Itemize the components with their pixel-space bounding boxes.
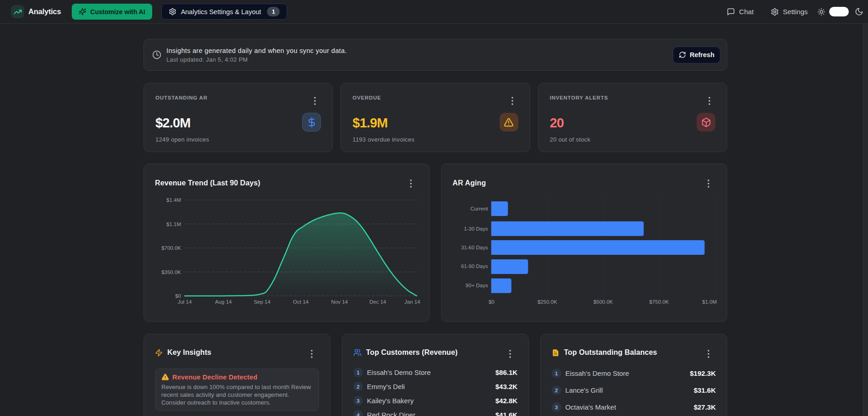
svg-text:$700.0K: $700.0K: [161, 245, 181, 251]
svg-text:$250.0K: $250.0K: [538, 299, 557, 305]
svg-text:$500.0K: $500.0K: [593, 299, 613, 305]
svg-text:Nov 14: Nov 14: [331, 299, 348, 305]
svg-text:$1.0M: $1.0M: [702, 299, 717, 305]
svg-text:$1.4M: $1.4M: [166, 197, 181, 203]
svg-text:Jan 14: Jan 14: [405, 299, 421, 305]
svg-text:31-60 Days: 31-60 Days: [461, 245, 488, 250]
svg-text:$0: $0: [175, 293, 181, 299]
svg-text:Dec 14: Dec 14: [369, 299, 386, 305]
svg-text:$350.0K: $350.0K: [161, 269, 181, 275]
svg-text:1-30 Days: 1-30 Days: [464, 226, 488, 232]
svg-text:Aug 14: Aug 14: [215, 299, 232, 305]
svg-text:Current: Current: [470, 206, 488, 211]
svg-text:$1.1M: $1.1M: [166, 221, 181, 227]
svg-text:Sep 14: Sep 14: [254, 299, 271, 305]
svg-text:$750.0K: $750.0K: [649, 299, 669, 305]
svg-text:Oct 14: Oct 14: [293, 299, 309, 305]
svg-text:Jul 14: Jul 14: [178, 299, 192, 305]
svg-text:61-90 Days: 61-90 Days: [461, 263, 488, 269]
svg-text:90+ Days: 90+ Days: [466, 283, 488, 288]
svg-text:$0: $0: [489, 299, 495, 305]
